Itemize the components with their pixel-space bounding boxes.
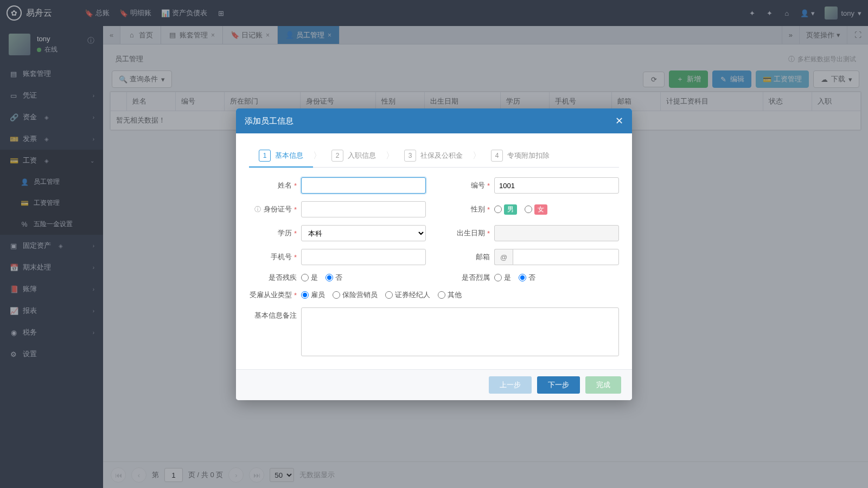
modal-close-button[interactable]: ✕ — [615, 115, 623, 127]
prev-step-button[interactable]: 上一步 — [489, 376, 532, 394]
emptype-c[interactable]: 证券经纪人 — [385, 290, 430, 300]
modal-header: 添加员工信息 ✕ — [236, 108, 632, 133]
field-martyr: 是否烈属 是 否 — [442, 273, 619, 282]
disabled-radio-group: 是 否 — [301, 273, 342, 282]
step-arrow-icon: 〉 — [313, 150, 322, 162]
field-idno: ⓘ身份证号* — [249, 201, 426, 217]
modal-overlay: 添加员工信息 ✕ 1基本信息 〉 2入职信息 〉 3社保及公积金 〉 4专项附加… — [0, 0, 868, 488]
name-input[interactable] — [301, 177, 426, 194]
field-edu: 学历* 本科 — [249, 225, 426, 241]
modal-title: 添加员工信息 — [245, 116, 293, 126]
step-3[interactable]: 3社保及公积金 — [394, 144, 473, 167]
field-phone: 手机号* — [249, 249, 426, 265]
disabled-no[interactable]: 否 — [326, 273, 342, 282]
field-code: 编号* — [442, 177, 619, 194]
email-at-icon: @ — [494, 249, 513, 265]
steps: 1基本信息 〉 2入职信息 〉 3社保及公积金 〉 4专项附加扣除 — [249, 144, 619, 168]
step-2[interactable]: 2入职信息 — [322, 144, 386, 167]
field-notes: 基本信息备注 — [249, 307, 619, 356]
field-emptype: 受雇从业类型* 雇员 保险营销员 证券经纪人 其他 — [249, 290, 619, 300]
form: 姓名* 编号* ⓘ身份证号* 性别* 男 女 — [249, 177, 619, 356]
modal-body: 1基本信息 〉 2入职信息 〉 3社保及公积金 〉 4专项附加扣除 姓名* 编号… — [236, 133, 632, 369]
field-gender: 性别* 男 女 — [442, 201, 619, 217]
martyr-radio-group: 是 否 — [494, 273, 535, 282]
field-name: 姓名* — [249, 177, 426, 194]
step-arrow-icon: 〉 — [473, 150, 481, 162]
step-4[interactable]: 4专项附加扣除 — [481, 144, 559, 167]
done-button[interactable]: 完成 — [585, 376, 621, 394]
step-arrow-icon: 〉 — [386, 150, 394, 162]
gender-female[interactable]: 女 — [525, 204, 547, 215]
edu-select[interactable]: 本科 — [301, 225, 426, 241]
field-disabled: 是否残疾 是 否 — [249, 273, 426, 282]
idno-input[interactable] — [301, 201, 426, 217]
emptype-radio-group: 雇员 保险营销员 证券经纪人 其他 — [301, 290, 462, 300]
step-1[interactable]: 1基本信息 — [249, 144, 313, 167]
email-input[interactable] — [513, 249, 619, 265]
emptype-d[interactable]: 其他 — [438, 290, 462, 300]
emptype-a[interactable]: 雇员 — [301, 290, 325, 300]
gender-radio-group: 男 女 — [494, 204, 547, 215]
next-step-button[interactable]: 下一步 — [537, 376, 580, 394]
disabled-yes[interactable]: 是 — [301, 273, 318, 282]
modal: 添加员工信息 ✕ 1基本信息 〉 2入职信息 〉 3社保及公积金 〉 4专项附加… — [236, 108, 632, 400]
martyr-yes[interactable]: 是 — [494, 273, 511, 282]
field-birth: 出生日期* — [442, 225, 619, 241]
field-email: 邮箱 @ — [442, 249, 619, 265]
code-input[interactable] — [494, 177, 619, 194]
email-group: @ — [494, 249, 619, 265]
emptype-b[interactable]: 保险营销员 — [333, 290, 378, 300]
notes-textarea[interactable] — [301, 307, 619, 356]
gender-male[interactable]: 男 — [494, 204, 517, 215]
modal-footer: 上一步 下一步 完成 — [236, 369, 632, 400]
martyr-no[interactable]: 否 — [519, 273, 535, 282]
info-icon: ⓘ — [254, 205, 261, 214]
birth-input[interactable] — [494, 225, 619, 241]
phone-input[interactable] — [301, 249, 426, 265]
